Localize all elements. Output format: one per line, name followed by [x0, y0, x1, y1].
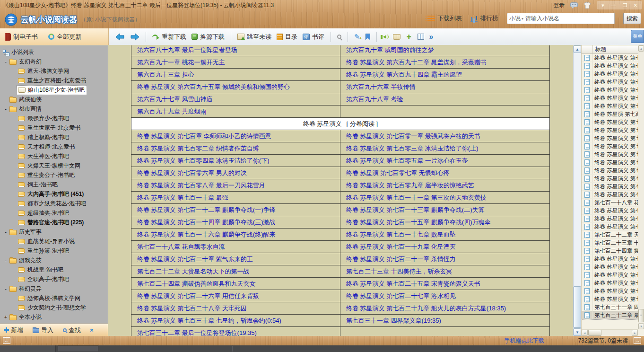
title-row[interactable]: 终卷 苏星演义 第七百二十一章 杀情怪力 — [582, 223, 638, 231]
mobile-download-link[interactable]: 手机端点此下载 — [505, 337, 544, 345]
tree-item[interactable]: 小说列表 — [0, 47, 108, 57]
tree-item[interactable]: - 玄幻奇幻 — [0, 57, 108, 66]
skin-dropdown-icon[interactable]: ▾ — [601, 2, 604, 9]
chapter-link[interactable]: 第六百九十章 威司国的前往之梦 — [340, 45, 549, 56]
chapter-link[interactable] — [340, 106, 549, 117]
title-row[interactable]: 第七百二十四章 撕破伪善的面具和九天玄女 — [582, 247, 638, 255]
expand-panel-icon[interactable]: → — [634, 337, 641, 344]
chapter-link[interactable]: 终卷 苏星演义 第七百一十三章 麒麟争夺战(二)失算 — [340, 204, 549, 216]
chapter-link[interactable]: 终卷 苏星演义 第七百二十章 紫气东来的王 — [131, 253, 340, 265]
title-row[interactable]: 终卷 苏星演义 第七百一十九章 化星湮灭 — [582, 207, 638, 215]
title-row[interactable]: 终卷 苏星演义 第七百一十章 最强 — [582, 134, 638, 142]
chapter-link[interactable]: 终卷 苏星演义 第六百九十四章 霸主的愿望 — [340, 69, 549, 80]
bookmark-icon[interactable] — [366, 34, 370, 40]
more-tools-icon[interactable]: » — [429, 34, 434, 40]
tree-item[interactable]: 天生神医-泡书吧 — [0, 151, 108, 161]
title-row[interactable]: 终卷 苏星演义 第七百零六章 男人的对决 — [582, 102, 638, 110]
chapter-link[interactable]: 终卷 苏星演义 第六百九十二章 晁盖谋划，采薇赠书 — [340, 56, 549, 68]
chapter-link[interactable]: 终卷 苏星演义 第七百一十二章 麒麟争夺战(一)争锋 — [131, 204, 340, 216]
titles-scroll-left-button[interactable]: ◂ — [582, 330, 588, 336]
make-ebook-button[interactable]: 制电子书 — [5, 33, 38, 41]
chapter-link[interactable]: 第六百九十七章 风雪山神庙 — [131, 93, 340, 105]
title-row[interactable]: 终卷 苏星演义 第七百章 李师师和小乙的诗情画意 — [582, 54, 638, 62]
chapter-link[interactable]: 终卷 苏星演义 第七百零九章 扈半妆的惊艳武艺 — [340, 179, 549, 191]
title-row[interactable]: 终卷 苏星演义 第七百二十五章 宋青瓷的聚义天书 — [582, 255, 638, 263]
annotate-pen-icon[interactable]: ✎ — [354, 34, 360, 40]
tree-item[interactable]: 超级抽奖-泡书吧 — [0, 208, 108, 218]
titles-header[interactable]: 标题 — [582, 45, 638, 54]
tree-item[interactable]: 武侠仙侠 — [0, 95, 108, 104]
main-scrollbar[interactable]: ▲ ▼ — [573, 45, 581, 336]
chapter-link[interactable]: 第七百二十三章 十四美侍主，斩杀玄冥 — [340, 265, 549, 277]
title-row[interactable]: 终卷 苏星演义 第七百一十七章 败星而坠 — [582, 191, 638, 199]
sidebar-find-button[interactable]: 查找 — [63, 326, 81, 334]
titles-scroll-right-button[interactable]: ▸ — [632, 330, 638, 336]
tree-item[interactable]: 血战英雄-异界小说 — [0, 237, 108, 246]
titles-scroll-up-button[interactable]: ▴ — [638, 45, 644, 52]
titles-hscrollbar[interactable]: ◂ ▸ — [582, 329, 638, 336]
tree-item[interactable]: 警路官途-泡书吧 (225) — [0, 218, 108, 227]
tree-expander-icon[interactable]: - — [3, 229, 9, 235]
chapter-link[interactable]: 终卷 苏星演义 第七百一十六章 麒麟争夺战(终)醒来 — [131, 229, 340, 240]
title-row[interactable]: 终卷 苏星演义 第七百一十三章 麒麟争夺战(二)失算 — [582, 158, 638, 167]
title-row[interactable]: 终卷 苏星演义 第七百零四章 冰清玉洁给了你(下) — [582, 86, 638, 94]
tree-item[interactable]: 全职高手-泡书吧 — [0, 274, 108, 284]
tree-item[interactable]: 机战皇-泡书吧 — [0, 265, 108, 274]
tree-item[interactable]: 饲主-泡书吧 — [0, 180, 108, 189]
tree-expander-icon[interactable]: - — [3, 257, 9, 263]
title-row[interactable]: 终卷 苏星演义 第七百零五章 一片冰心在玉壶 — [582, 94, 638, 102]
chapter-link[interactable]: 第六百九十九章 共度烟雨 — [131, 106, 340, 117]
chapter-link[interactable]: 第六百八十九章 最后一位阵星者登场 — [131, 45, 340, 56]
chapter-link[interactable]: 第七百二十四章 撕破伪善的面具和九天玄女 — [131, 278, 340, 290]
sidebar-collapse-icon[interactable]: « — [88, 328, 96, 332]
title-row[interactable]: 终卷 苏星演义 第七百零二章 织情者作茧自缚 — [582, 70, 638, 78]
review-button[interactable]: 评 书评 — [303, 33, 324, 41]
menu-button[interactable]: 菜单 — [631, 30, 644, 43]
tree-item[interactable]: 娘山108星少女-泡书吧 — [0, 85, 108, 95]
toc-button[interactable]: 目录 — [277, 33, 297, 41]
chapter-link[interactable]: 终卷 苏星演义 第七百二十七章 洛水相见 — [340, 290, 549, 302]
chapter-link[interactable]: 第七百三十二章 最后一位星将登场位(19:35) — [131, 327, 340, 336]
tree-item[interactable]: 踏上极巅-泡书吧 — [0, 132, 108, 142]
chat-icon[interactable] — [570, 2, 578, 9]
titles-vscrollbar[interactable]: ▴ ≡ ▾ — [638, 45, 644, 329]
chapter-link[interactable]: 第六百九十三章 担心 — [131, 69, 340, 80]
tree-expander-icon[interactable]: - — [3, 286, 9, 291]
chapter-link[interactable]: 终卷 苏星演义 第七百二十五章 宋青瓷的聚义天书 — [340, 278, 549, 290]
scroll-thumb[interactable] — [574, 286, 581, 328]
tree-item[interactable]: - 科幻灵异 — [0, 284, 108, 293]
tree-item[interactable]: 大内高手-泡书吧 (451) — [0, 189, 108, 199]
title-row[interactable]: 终卷 苏星演义 第七百一十一章 第三次的天地玄黄技 — [582, 142, 638, 150]
title-row[interactable]: 终卷 苏星演义 第七百一十五章 麒麟争夺战(四)万魂伞 — [582, 175, 638, 183]
chapter-link[interactable]: 终卷 苏星演义 第六百九十五章 倾城的美貌和倾国的野心 — [131, 81, 340, 93]
tree-item[interactable]: - 游戏竞技 — [0, 255, 108, 265]
restore-button[interactable] — [623, 3, 627, 7]
search-button[interactable]: 搜索 — [623, 13, 641, 24]
chapter-link[interactable]: 终卷 苏星演义 第七百零五章 一片冰心在玉壶 — [340, 155, 549, 167]
search-tool-icon[interactable] — [337, 35, 341, 39]
title-row[interactable]: 终卷 苏星演义 第七百零八章 最后一刀风花雪月 — [582, 118, 638, 126]
tree-item[interactable]: 遮天-沸腾文学网 — [0, 66, 108, 76]
title-row[interactable]: 终卷 苏星演义 第七百二十章 紫气东来的王 — [582, 215, 638, 223]
tree-item[interactable]: 最强弃少-泡书吧 — [0, 114, 108, 123]
chapter-link[interactable]: 终卷 苏星演义 第七百一十一章 第三次的天地玄黄技 — [340, 192, 549, 203]
title-row[interactable]: 终卷 苏星演义 第七百二十六章 用信任来背叛 — [582, 263, 638, 271]
tree-item[interactable]: - 都市言情 — [0, 104, 108, 114]
title-row[interactable]: 终卷 苏星演义 第七百零九章 扈半妆的惊艳武艺 — [582, 126, 638, 134]
title-row[interactable]: 第七百二十三章 十四美侍主，斩杀玄冥 — [582, 239, 638, 247]
chapter-link[interactable]: 终卷 苏星演义 第七百零六章 男人的对决 — [131, 167, 340, 179]
chapter-link[interactable]: 终卷 苏星演义 第七百二十八章 天牢死囚 — [131, 302, 340, 314]
chapter-link[interactable]: 第七百三十一章 四界聚义章(19:35) — [340, 315, 549, 326]
chapter-link[interactable]: 第六百九十一章 桃花一簇开无主 — [131, 56, 340, 68]
title-row[interactable]: 终卷 苏星演义 第七百一十二章 麒麟争夺战(一)争锋 — [582, 150, 638, 158]
title-row[interactable]: 终卷 苏星演义 第七百二十七章 洛水相见 — [582, 271, 638, 279]
tree-item[interactable]: - 历史军事 — [0, 227, 108, 237]
title-row[interactable]: 终卷 苏星演义 第七百零三章 冰清玉洁给了你(上) — [582, 78, 638, 86]
chapter-link[interactable]: 终卷 苏星演义 第七百一十章 最强 — [131, 192, 340, 203]
chapter-link[interactable]: 终卷 苏星演义 第七百零三章 冰清玉洁给了你(上) — [340, 142, 549, 154]
read-book-icon[interactable] — [393, 34, 400, 40]
title-row[interactable]: 第七百二十二章 天贵星名动天下的第一战 — [582, 231, 638, 239]
chapter-link[interactable] — [340, 327, 549, 336]
chapter-link[interactable]: 终卷 苏星演义 第七百零四章 冰清玉洁给了你(下) — [131, 155, 340, 167]
chapter-link[interactable]: 第七百一十八章 花自飘零水自流 — [131, 241, 340, 253]
